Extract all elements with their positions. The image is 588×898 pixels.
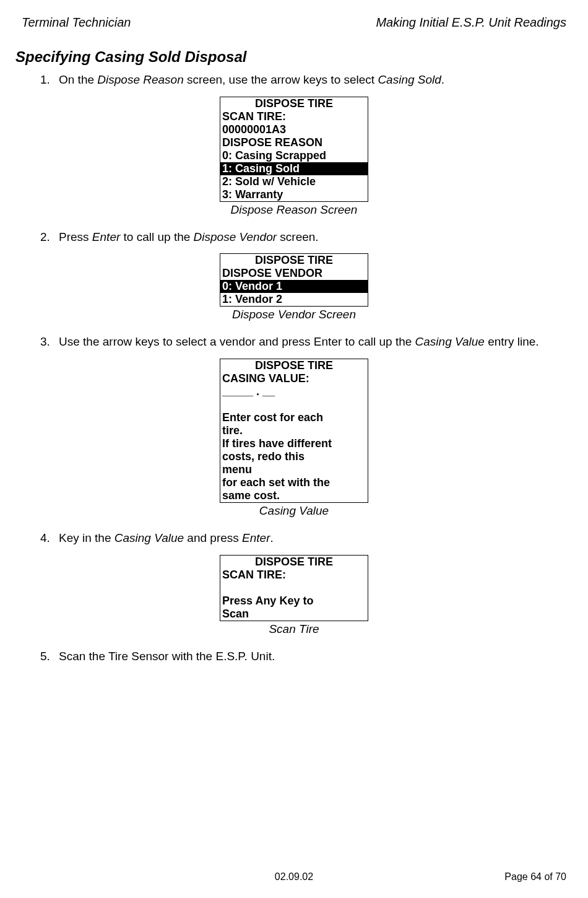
step-number: 5. [40,648,59,665]
casing-value-screen: DISPOSE TIRE CASING VALUE: _____ . __ En… [220,359,368,503]
instruction-list: 2. Press Enter to call up the Dispose Ve… [22,229,566,245]
section-title: Specifying Casing Sold Disposal [15,48,566,66]
screen-title: DISPOSE TIRE [220,359,368,372]
header-left: Terminal Technician [22,15,131,30]
screen-line: 2: Sold w/ Vehicle [220,175,368,188]
step-1: 1. On the Dispose Reason screen, use the… [40,72,566,88]
screen-line: tire. [220,424,368,437]
screen-caption: Dispose Reason Screen [220,203,368,217]
screen-line-selected: 0: Vendor 1 [220,280,368,293]
page-footer: 02.09.02 Page 64 of 70 [22,871,566,883]
dispose-vendor-screen: DISPOSE TIRE DISPOSE VENDOR 0: Vendor 1 … [220,253,368,307]
screen-caption: Dispose Vendor Screen [220,308,368,321]
screen-title: DISPOSE TIRE [220,254,368,267]
screen-title: DISPOSE TIRE [220,556,368,569]
screen-line: DISPOSE VENDOR [220,267,368,280]
screen-line: SCAN TIRE: [220,569,368,582]
screen-line: 3: Warranty [220,188,368,201]
screen-caption: Casing Value [220,504,368,518]
screen-line-selected: 1: Casing Sold [220,162,368,175]
screen-line: DISPOSE REASON [220,136,368,149]
step-number: 4. [40,530,59,546]
scan-tire-screen: DISPOSE TIRE SCAN TIRE: Press Any Key to… [220,555,368,621]
step-5: 5. Scan the Tire Sensor with the E.S.P. … [40,648,566,665]
dispose-reason-screen: DISPOSE TIRE SCAN TIRE: 00000001A3 DISPO… [220,97,368,202]
step-text: Key in the Casing Value and press Enter. [59,530,274,546]
page-header: Terminal Technician Making Initial E.S.P… [22,15,566,30]
screen-line: Press Any Key to [220,595,368,608]
footer-date: 02.09.02 [275,871,313,883]
step-text: Use the arrow keys to select a vendor an… [59,334,539,350]
screen-line: Scan [220,608,368,621]
step-text: Press Enter to call up the Dispose Vendo… [59,229,319,245]
header-right: Making Initial E.S.P. Unit Readings [376,15,566,30]
screen-caption: Scan Tire [220,622,368,636]
step-2: 2. Press Enter to call up the Dispose Ve… [40,229,566,245]
screen-line: 00000001A3 [220,123,368,136]
screen-line: 0: Casing Scrapped [220,149,368,162]
screen-line: _____ . __ [220,385,368,398]
instruction-list: 3. Use the arrow keys to select a vendor… [22,334,566,350]
step-4: 4. Key in the Casing Value and press Ent… [40,530,566,546]
screen-line: menu [220,463,368,476]
screen-line: costs, redo this [220,450,368,463]
instruction-list: 4. Key in the Casing Value and press Ent… [22,530,566,546]
step-text: On the Dispose Reason screen, use the ar… [59,72,444,88]
screen-line: CASING VALUE: [220,372,368,385]
footer-page: Page 64 of 70 [504,871,566,883]
screen-line: If tires have different [220,437,368,450]
screen-line [220,582,368,595]
step-number: 3. [40,334,59,350]
step-number: 2. [40,229,59,245]
screen-line: 1: Vendor 2 [220,293,368,306]
screen-line: same cost. [220,489,368,502]
screen-line [220,398,368,411]
screen-title: DISPOSE TIRE [220,97,368,110]
step-3: 3. Use the arrow keys to select a vendor… [40,334,566,350]
step-number: 1. [40,72,59,88]
step-text: Scan the Tire Sensor with the E.S.P. Uni… [59,648,275,665]
instruction-list: 5. Scan the Tire Sensor with the E.S.P. … [22,648,566,665]
instruction-list: 1. On the Dispose Reason screen, use the… [22,72,566,88]
screen-line: SCAN TIRE: [220,110,368,123]
screen-line: for each set with the [220,476,368,489]
screen-line: Enter cost for each [220,411,368,424]
